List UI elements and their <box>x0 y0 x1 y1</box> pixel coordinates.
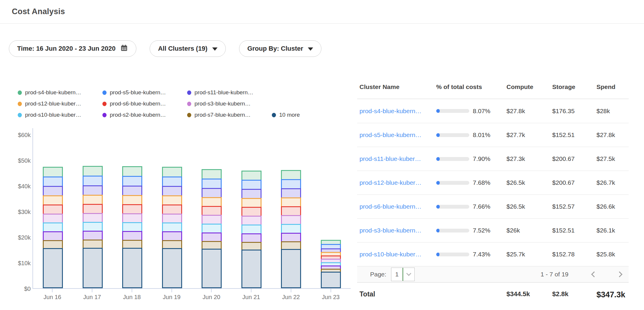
group-by-filter[interactable]: Group By: Cluster <box>239 40 321 57</box>
bar-segment[interactable] <box>162 177 182 187</box>
bar-segment[interactable] <box>43 186 63 196</box>
bar-segment[interactable] <box>83 248 103 288</box>
bar-segment[interactable] <box>202 179 222 189</box>
bar-segment[interactable] <box>281 206 301 216</box>
bar-segment[interactable] <box>241 233 261 243</box>
bar-segment[interactable] <box>162 186 182 196</box>
bar-segment[interactable] <box>281 179 301 189</box>
bar-segment[interactable] <box>281 170 301 180</box>
bar-segment[interactable] <box>162 248 182 288</box>
legend-item[interactable]: prod-s11-blue-kubern… <box>187 89 272 96</box>
legend-item[interactable]: prod-s7-blue-kubern… <box>187 112 272 118</box>
bar-segment[interactable] <box>202 169 222 179</box>
legend-item[interactable]: prod-s6-blue-kubern… <box>102 100 187 107</box>
bar-segment[interactable] <box>83 176 103 186</box>
cluster-name-link[interactable]: prod-s12-blue-kuber… <box>359 179 436 186</box>
legend-item[interactable]: prod-s4-blue-kubern… <box>18 89 102 96</box>
bar-segment[interactable] <box>241 242 261 250</box>
page-select[interactable]: 1 <box>391 268 415 281</box>
bar-segment[interactable] <box>281 197 301 207</box>
bar-segment[interactable] <box>202 197 222 207</box>
cluster-name-link[interactable]: prod-s11-blue-kuber… <box>359 155 436 162</box>
bar-segment[interactable] <box>43 195 63 205</box>
stacked-bar[interactable] <box>202 169 222 288</box>
bar-segment[interactable] <box>241 250 261 288</box>
bar-segment[interactable] <box>83 166 103 177</box>
bar-segment[interactable] <box>241 180 261 190</box>
bar-segment[interactable] <box>202 188 222 198</box>
stacked-bar[interactable] <box>321 240 341 288</box>
bar-segment[interactable] <box>122 166 142 177</box>
bar-segment[interactable] <box>83 222 103 232</box>
bar-segment[interactable] <box>122 222 142 232</box>
bar-segment[interactable] <box>122 204 142 214</box>
bar-segment[interactable] <box>83 185 103 196</box>
bar-segment[interactable] <box>241 207 261 217</box>
bar-segment[interactable] <box>281 249 301 288</box>
stacked-bar[interactable] <box>241 171 261 288</box>
bar-segment[interactable] <box>43 231 63 241</box>
bar-segment[interactable] <box>202 206 222 216</box>
bar-segment[interactable] <box>281 241 301 250</box>
bar-segment[interactable] <box>162 167 182 177</box>
bar-segment[interactable] <box>241 216 261 225</box>
bar-segment[interactable] <box>122 213 142 223</box>
bar-segment[interactable] <box>241 225 261 234</box>
stacked-bar[interactable] <box>43 167 63 288</box>
bar-segment[interactable] <box>321 272 341 288</box>
stacked-bar[interactable] <box>83 166 103 288</box>
bar-segment[interactable] <box>43 240 63 249</box>
bar-segment[interactable] <box>83 231 103 240</box>
bar-segment[interactable] <box>241 198 261 208</box>
bar-segment[interactable] <box>162 222 182 232</box>
bar-segment[interactable] <box>122 231 142 241</box>
bar-segment[interactable] <box>202 224 222 233</box>
bar-segment[interactable] <box>83 213 103 223</box>
cluster-name-link[interactable]: prod-s6-blue-kubern… <box>359 203 436 210</box>
bar-segment[interactable] <box>281 224 301 234</box>
legend-item[interactable]: prod-s12-blue-kuber… <box>18 100 102 107</box>
bar-segment[interactable] <box>162 240 182 249</box>
cluster-name-link[interactable]: prod-s5-blue-kubern… <box>359 131 436 138</box>
bar-segment[interactable] <box>281 233 301 242</box>
bar-segment[interactable] <box>122 186 142 196</box>
legend-item[interactable]: prod-s2-blue-kubern… <box>102 112 187 118</box>
bar-segment[interactable] <box>83 195 103 205</box>
legend-item[interactable]: prod-s5-blue-kubern… <box>102 89 187 96</box>
clusters-filter[interactable]: All Clusters (19) <box>150 40 226 57</box>
next-page-button[interactable] <box>614 269 625 279</box>
bar-segment[interactable] <box>43 167 63 177</box>
cluster-name-link[interactable]: prod-s3-blue-kubern… <box>359 227 436 234</box>
legend-item[interactable]: 10 more <box>272 112 300 118</box>
bar-segment[interactable] <box>43 214 63 223</box>
stacked-bar[interactable] <box>162 167 182 288</box>
bar-segment[interactable] <box>122 195 142 205</box>
bar-segment[interactable] <box>43 177 63 187</box>
bar-segment[interactable] <box>162 195 182 205</box>
bar-segment[interactable] <box>281 215 301 225</box>
bar-segment[interactable] <box>162 214 182 223</box>
bar-segment[interactable] <box>202 249 222 288</box>
bar-segment[interactable] <box>122 240 142 249</box>
bar-segment[interactable] <box>241 171 261 181</box>
bar-segment[interactable] <box>43 248 63 288</box>
legend-item[interactable]: prod-s3-blue-kubern… <box>187 100 272 107</box>
bar-segment[interactable] <box>202 241 222 250</box>
bar-segment[interactable] <box>162 205 182 215</box>
bar-segment[interactable] <box>281 188 301 198</box>
bar-segment[interactable] <box>43 222 63 232</box>
bar-segment[interactable] <box>83 204 103 214</box>
bar-segment[interactable] <box>122 176 142 187</box>
legend-item[interactable]: prod-s10-blue-kuber… <box>18 112 102 118</box>
bar-segment[interactable] <box>83 240 103 249</box>
previous-page-button[interactable] <box>589 269 599 279</box>
bar-segment[interactable] <box>122 248 142 288</box>
cluster-name-link[interactable]: prod-s10-blue-kuber… <box>359 251 436 258</box>
bar-segment[interactable] <box>241 189 261 199</box>
stacked-bar[interactable] <box>281 170 301 288</box>
cluster-name-link[interactable]: prod-s4-blue-kubern… <box>359 108 436 115</box>
bar-segment[interactable] <box>202 215 222 225</box>
bar-segment[interactable] <box>43 205 63 215</box>
stacked-bar[interactable] <box>122 166 142 288</box>
bar-segment[interactable] <box>162 231 182 241</box>
